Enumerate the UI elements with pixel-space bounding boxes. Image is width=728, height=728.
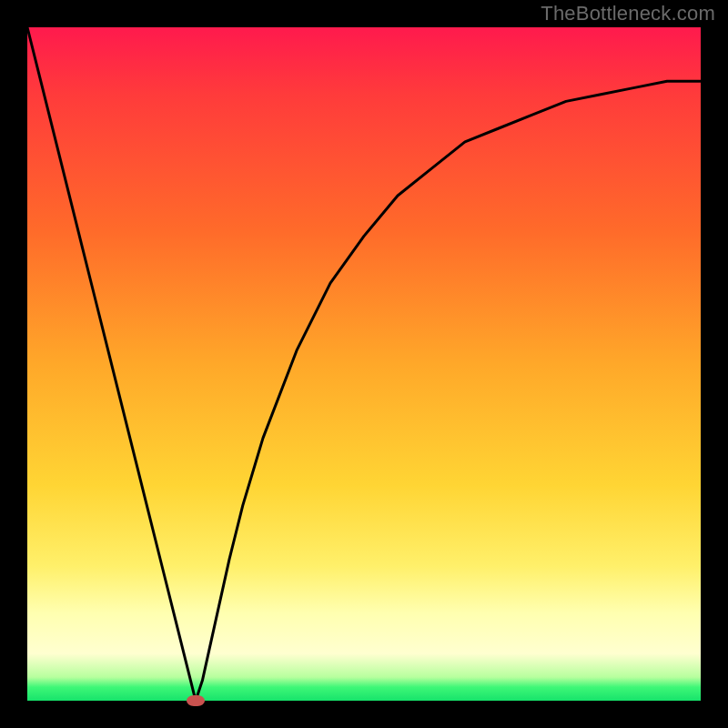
bottleneck-curve-path (27, 27, 701, 701)
curve-svg (27, 27, 701, 701)
chart-frame: TheBottleneck.com (0, 0, 728, 728)
minimum-marker (187, 695, 205, 706)
watermark-text: TheBottleneck.com (541, 2, 715, 25)
plot-area (27, 27, 701, 701)
